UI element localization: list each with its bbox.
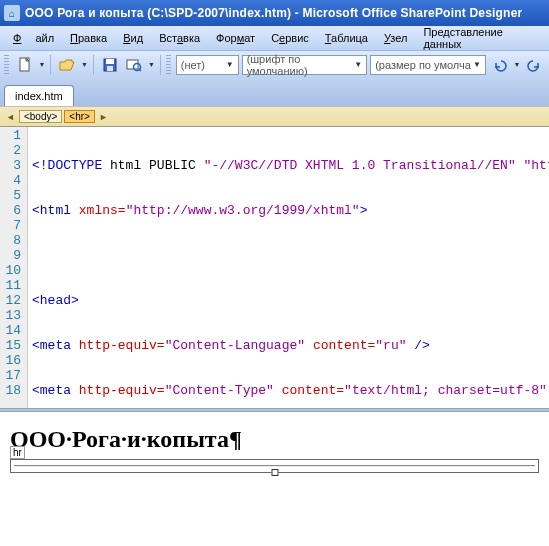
toolbar-grip[interactable] (166, 55, 171, 75)
toolbar: ▼ ▼ ▼ (нет)▼ (шрифт по умолчанию)▼ (разм… (0, 50, 549, 78)
dropdown-arrow-icon[interactable]: ▼ (38, 61, 45, 68)
menu-node[interactable]: Узел (377, 29, 414, 47)
hr-line (14, 465, 535, 467)
preview-pane[interactable]: ООО·Рога·и·копыта¶ hr (0, 412, 549, 546)
line-gutter: 1 2 3 4 5 6 7 8 9 10 11 12 13 14 15 16 1… (0, 127, 28, 408)
lineno: 10 (4, 263, 21, 278)
chevron-down-icon: ▼ (354, 60, 362, 69)
code-editor: 1 2 3 4 5 6 7 8 9 10 11 12 13 14 15 16 1… (0, 126, 549, 408)
new-button[interactable] (14, 54, 36, 76)
size-value: (размер по умолча (375, 59, 471, 71)
breadcrumb-fwd-icon[interactable]: ► (97, 112, 110, 122)
chevron-down-icon: ▼ (473, 60, 481, 69)
lineno: 6 (4, 203, 21, 218)
code-area[interactable]: <!DOCTYPE html PUBLIC "-//W3C//DTD XHTML… (28, 127, 549, 408)
open-button[interactable] (56, 54, 78, 76)
hr-element-label: hr (10, 446, 25, 459)
file-tab[interactable]: index.htm (4, 85, 74, 106)
app-icon: ⌂ (4, 5, 20, 21)
tabbar: index.htm (0, 78, 549, 106)
menu-tools[interactable]: Сервис (264, 29, 316, 47)
lineno: 5 (4, 188, 21, 203)
svg-line-6 (139, 69, 141, 71)
resize-handle[interactable] (271, 469, 278, 476)
lineno: 7 (4, 218, 21, 233)
lineno: 15 (4, 338, 21, 353)
style-value: (нет) (181, 59, 205, 71)
breadcrumb-back-icon[interactable]: ◄ (4, 112, 17, 122)
font-dropdown[interactable]: (шрифт по умолчанию)▼ (242, 55, 368, 75)
breadcrumb-body[interactable]: <body> (19, 110, 62, 123)
size-dropdown[interactable]: (размер по умолча▼ (370, 55, 486, 75)
lineno: 16 (4, 353, 21, 368)
lineno: 13 (4, 308, 21, 323)
lineno: 9 (4, 248, 21, 263)
hr-box[interactable] (10, 459, 539, 473)
dropdown-arrow-icon[interactable]: ▼ (148, 61, 155, 68)
save-button[interactable] (99, 54, 121, 76)
menu-format[interactable]: Формат (209, 29, 262, 47)
hr-selection[interactable]: hr (10, 459, 539, 473)
undo-button[interactable] (489, 54, 511, 76)
menu-table[interactable]: Таблица (318, 29, 375, 47)
svg-rect-4 (127, 60, 138, 69)
menubar: Файл Правка Вид Вставка Формат Сервис Та… (0, 26, 549, 50)
dropdown-arrow-icon[interactable]: ▼ (81, 61, 88, 68)
toolbar-separator (50, 55, 51, 75)
lineno: 3 (4, 158, 21, 173)
menu-file[interactable]: Файл (6, 29, 61, 47)
toolbar-separator (93, 55, 94, 75)
style-dropdown[interactable]: (нет)▼ (176, 55, 239, 75)
toolbar-grip[interactable] (4, 55, 9, 75)
svg-rect-3 (107, 66, 113, 71)
redo-button[interactable] (523, 54, 545, 76)
lineno: 11 (4, 278, 21, 293)
titlebar-text: ООО Рога и копыта (C:\SPD-2007\index.htm… (25, 6, 522, 20)
lineno: 1 (4, 128, 21, 143)
lineno: 8 (4, 233, 21, 248)
toolbar-separator (160, 55, 161, 75)
lineno: 14 (4, 323, 21, 338)
lineno: 2 (4, 143, 21, 158)
menu-insert[interactable]: Вставка (152, 29, 207, 47)
lineno: 4 (4, 173, 21, 188)
preview-heading: ООО·Рога·и·копыта¶ (10, 426, 539, 453)
menu-data[interactable]: Представление данных (416, 23, 543, 53)
tab-label: index.htm (15, 90, 63, 102)
menu-view[interactable]: Вид (116, 29, 150, 47)
menu-edit[interactable]: Правка (63, 29, 114, 47)
breadcrumb: ◄ <body> <hr> ► (0, 106, 549, 126)
font-value: (шрифт по умолчанию) (247, 53, 355, 77)
preview-button[interactable] (123, 54, 145, 76)
lineno: 18 (4, 383, 21, 398)
svg-rect-2 (106, 59, 114, 64)
breadcrumb-hr[interactable]: <hr> (64, 110, 95, 123)
lineno: 17 (4, 368, 21, 383)
lineno: 12 (4, 293, 21, 308)
dropdown-arrow-icon[interactable]: ▼ (514, 61, 521, 68)
chevron-down-icon: ▼ (226, 60, 234, 69)
